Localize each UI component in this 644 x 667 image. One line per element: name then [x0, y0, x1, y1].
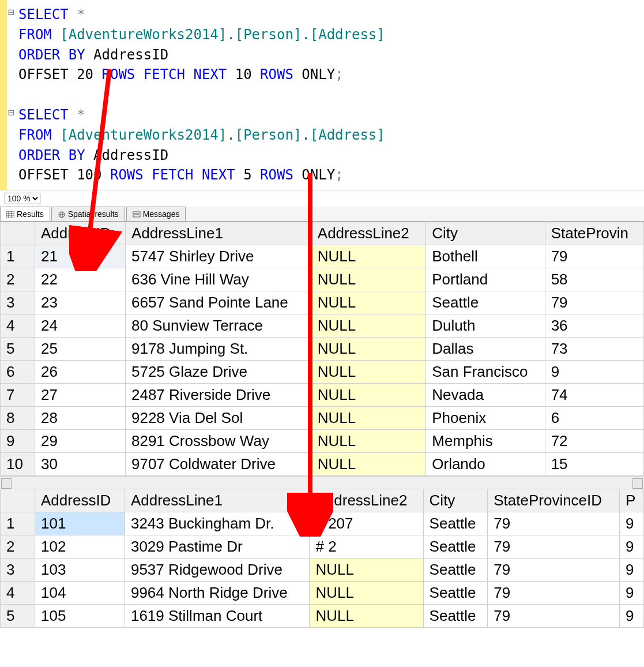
cell-addressline2[interactable]: NULL: [310, 559, 423, 582]
cell-addressline1[interactable]: 2487 Riverside Drive: [125, 384, 311, 407]
cell-addressline2[interactable]: NULL: [311, 245, 425, 268]
table-row[interactable]: 31039537 Ridgewood DriveNULLSeattle799: [1, 559, 644, 582]
cell-addressline2[interactable]: NULL: [311, 361, 425, 384]
tab-spatial[interactable]: Spatial results: [51, 207, 125, 221]
cell-stateprovinceid[interactable]: 79: [488, 512, 620, 535]
row-number[interactable]: 1: [1, 245, 35, 268]
cell-addressid[interactable]: 103: [35, 559, 125, 582]
cell-stateprovin[interactable]: 36: [545, 314, 643, 338]
table-row[interactable]: 8289228 Via Del SolNULLPhoenix6: [1, 407, 644, 430]
col-addressline2[interactable]: AddressLine2: [310, 489, 423, 512]
cell-city[interactable]: Seattle: [423, 605, 488, 628]
row-number[interactable]: 8: [1, 407, 35, 430]
table-row[interactable]: 222636 Vine Hill WayNULLPortland58: [1, 268, 644, 291]
horizontal-scrollbar[interactable]: [0, 476, 644, 489]
row-number[interactable]: 2: [1, 535, 35, 559]
cell-p[interactable]: 9: [619, 512, 643, 535]
cell-addressid[interactable]: 28: [35, 407, 126, 430]
cell-city[interactable]: Seattle: [426, 291, 545, 314]
row-number[interactable]: 7: [1, 384, 35, 407]
collapse-icon[interactable]: ⊟: [8, 5, 14, 20]
cell-city[interactable]: Seattle: [423, 512, 488, 535]
cell-addressline2[interactable]: NULL: [311, 268, 425, 291]
tab-results[interactable]: Results: [0, 207, 50, 221]
table-row[interactable]: 9298291 Crossbow WayNULLMemphis72: [1, 430, 644, 453]
cell-p[interactable]: 9: [619, 605, 643, 628]
col-stateprovin[interactable]: StateProvin: [545, 222, 643, 245]
cell-city[interactable]: Memphis: [426, 430, 545, 453]
table-row[interactable]: 7272487 Riverside DriveNULLNevada74: [1, 384, 644, 407]
cell-addressline1[interactable]: 80 Sunview Terrace: [125, 314, 311, 338]
cell-addressid[interactable]: 26: [35, 361, 126, 384]
table-row[interactable]: 42480 Sunview TerraceNULLDuluth36: [1, 314, 644, 338]
cell-addressid[interactable]: 101: [35, 512, 125, 535]
tab-messages[interactable]: Messages: [126, 207, 186, 221]
cell-addressline2[interactable]: NULL: [311, 314, 425, 338]
cell-addressline2[interactable]: NULL: [311, 453, 425, 476]
col-addressline1[interactable]: AddressLine1: [125, 222, 311, 245]
cell-addressid[interactable]: 22: [35, 268, 126, 291]
cell-addressline1[interactable]: 5747 Shirley Drive: [125, 245, 311, 268]
cell-p[interactable]: 9: [619, 582, 643, 605]
cell-stateprovin[interactable]: 58: [545, 268, 643, 291]
row-number[interactable]: 3: [1, 559, 35, 582]
cell-city[interactable]: Portland: [426, 268, 545, 291]
cell-stateprovin[interactable]: 15: [545, 453, 643, 476]
cell-stateprovin[interactable]: 9: [545, 361, 643, 384]
cell-stateprovinceid[interactable]: 79: [488, 582, 620, 605]
cell-addressid[interactable]: 102: [35, 535, 125, 559]
table-row[interactable]: 51051619 Stillman CourtNULLSeattle799: [1, 605, 644, 628]
row-number[interactable]: 1: [1, 512, 35, 535]
cell-addressline1[interactable]: 3243 Buckingham Dr.: [125, 512, 310, 535]
table-row[interactable]: 21023029 Pastime Dr# 2Seattle799: [1, 535, 644, 559]
col-city[interactable]: City: [426, 222, 545, 245]
row-number[interactable]: 5: [1, 605, 35, 628]
cell-addressline2[interactable]: # 207: [310, 512, 423, 535]
table-row[interactable]: 41049964 North Ridge DriveNULLSeattle799: [1, 582, 644, 605]
cell-addressline2[interactable]: # 2: [310, 535, 423, 559]
cell-p[interactable]: 9: [619, 559, 643, 582]
cell-stateprovinceid[interactable]: 79: [488, 535, 620, 559]
cell-stateprovinceid[interactable]: 79: [488, 605, 620, 628]
cell-city[interactable]: Seattle: [423, 582, 488, 605]
cell-city[interactable]: Seattle: [423, 559, 488, 582]
table-row[interactable]: 3236657 Sand Pointe LaneNULLSeattle79: [1, 291, 644, 314]
row-number[interactable]: 3: [1, 291, 35, 314]
cell-addressline2[interactable]: NULL: [311, 338, 425, 361]
cell-addressid[interactable]: 105: [35, 605, 125, 628]
cell-addressline2[interactable]: NULL: [311, 384, 425, 407]
cell-stateprovin[interactable]: 79: [545, 245, 643, 268]
cell-addressline1[interactable]: 5725 Glaze Drive: [125, 361, 311, 384]
col-city[interactable]: City: [423, 489, 488, 512]
cell-addressid[interactable]: 30: [35, 453, 126, 476]
cell-addressline1[interactable]: 1619 Stillman Court: [125, 605, 310, 628]
table-row[interactable]: 10309707 Coldwater DriveNULLOrlando15: [1, 453, 644, 476]
col-addressline1[interactable]: AddressLine1: [125, 489, 310, 512]
cell-city[interactable]: Phoenix: [426, 407, 545, 430]
cell-addressline1[interactable]: 9537 Ridgewood Drive: [125, 559, 310, 582]
cell-stateprovin[interactable]: 72: [545, 430, 643, 453]
cell-stateprovin[interactable]: 74: [545, 384, 643, 407]
row-number[interactable]: 4: [1, 582, 35, 605]
cell-addressline1[interactable]: 9964 North Ridge Drive: [125, 582, 310, 605]
cell-stateprovin[interactable]: 6: [545, 407, 643, 430]
row-number[interactable]: 4: [1, 314, 35, 338]
cell-city[interactable]: Orlando: [426, 453, 545, 476]
zoom-select[interactable]: 100 %: [5, 193, 40, 204]
cell-addressline1[interactable]: 8291 Crossbow Way: [125, 430, 311, 453]
cell-addressline2[interactable]: NULL: [310, 605, 423, 628]
cell-city[interactable]: Dallas: [426, 338, 545, 361]
cell-city[interactable]: Nevada: [426, 384, 545, 407]
cell-stateprovin[interactable]: 73: [545, 338, 643, 361]
row-number[interactable]: 9: [1, 430, 35, 453]
table-row[interactable]: 6265725 Glaze DriveNULLSan Francisco9: [1, 361, 644, 384]
table-row[interactable]: 5259178 Jumping St.NULLDallas73: [1, 338, 644, 361]
row-number[interactable]: 2: [1, 268, 35, 291]
cell-city[interactable]: San Francisco: [426, 361, 545, 384]
cell-addressline1[interactable]: 9178 Jumping St.: [125, 338, 311, 361]
col-addressid[interactable]: AddressID: [35, 489, 125, 512]
results-grid-2[interactable]: AddressID AddressLine1 AddressLine2 City…: [0, 489, 644, 628]
row-number[interactable]: 10: [1, 453, 35, 476]
cell-addressid[interactable]: 29: [35, 430, 126, 453]
cell-stateprovinceid[interactable]: 79: [488, 559, 620, 582]
